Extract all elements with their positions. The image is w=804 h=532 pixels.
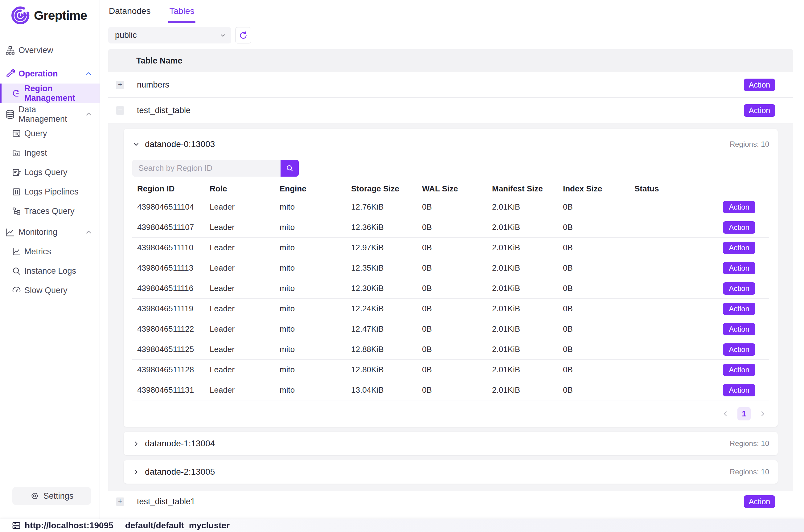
sidebar-item-label: Traces Query [24, 207, 75, 216]
datanode-area: datanode-0:13003 Regions: 10 Region ID R… [108, 123, 793, 491]
document-search-icon [12, 129, 21, 138]
region-wal: 0B [422, 304, 492, 314]
chevron-down-icon [219, 32, 226, 39]
table-name: test_dist_table [137, 106, 191, 115]
region-engine: mito [280, 284, 351, 293]
region-wal: 0B [422, 263, 492, 273]
datanode-2-card[interactable]: datanode-2:13005 Regions: 10 [123, 460, 778, 483]
region-manifest: 2.01KiB [492, 202, 563, 212]
table-row-test-dist-table: − test_dist_table Action [108, 98, 793, 123]
search-button[interactable] [281, 160, 299, 177]
region-action-button[interactable]: Action [723, 201, 755, 213]
region-index: 0B [563, 243, 634, 252]
chevron-up-icon[interactable] [85, 111, 92, 118]
sidebar-item-traces-query[interactable]: Traces Query [0, 202, 100, 221]
server-icon [12, 521, 21, 530]
region-storage: 12.35KiB [351, 263, 422, 273]
region-index: 0B [563, 365, 634, 375]
action-button[interactable]: Action [744, 79, 775, 91]
sidebar-item-region-management[interactable]: Region Management [0, 83, 100, 103]
sidebar-item-slow-query[interactable]: Slow Query [0, 281, 100, 300]
region-id: 4398046511131 [132, 385, 210, 395]
sidebar-item-label: Logs Pipelines [24, 187, 79, 197]
region-storage: 12.30KiB [351, 284, 422, 293]
datanode-1-card[interactable]: datanode-1:13004 Regions: 10 [123, 432, 778, 455]
collapse-toggle-button[interactable]: − [116, 106, 124, 115]
region-role: Leader [210, 263, 280, 273]
region-wal: 0B [422, 324, 492, 334]
regions-count: Regions: 10 [730, 140, 769, 149]
region-action-button[interactable]: Action [723, 323, 755, 335]
database-select-value: public [115, 31, 137, 40]
expand-toggle-button[interactable]: + [116, 81, 124, 89]
region-action-button[interactable]: Action [723, 221, 755, 234]
sidebar-item-query[interactable]: Query [0, 124, 100, 143]
region-manifest: 2.01KiB [492, 365, 563, 375]
region-index: 0B [563, 324, 634, 334]
line-chart-icon [5, 227, 15, 238]
pagination: 1 [132, 400, 769, 427]
region-id: 4398046511107 [132, 223, 210, 232]
sidebar-item-label: Data Management [19, 105, 82, 124]
table-row-numbers: + numbers Action [108, 72, 793, 98]
datanode-name: datanode-1:13004 [145, 439, 215, 449]
region-manifest: 2.01KiB [492, 324, 563, 334]
region-search [132, 160, 299, 177]
action-button[interactable]: Action [744, 104, 775, 117]
region-index: 0B [563, 223, 634, 232]
table-name: test_dist_table1 [137, 497, 195, 507]
chevron-up-icon[interactable] [85, 229, 92, 236]
region-action-button[interactable]: Action [723, 384, 755, 396]
action-button[interactable]: Action [744, 495, 775, 508]
refresh-icon [238, 31, 248, 40]
database-select[interactable]: public [108, 27, 231, 43]
region-manifest: 2.01KiB [492, 284, 563, 293]
tab-datanodes[interactable]: Datanodes [109, 6, 150, 23]
cluster-selector[interactable]: default/default_mycluster [125, 520, 230, 530]
tab-tables[interactable]: Tables [169, 6, 194, 23]
server-url[interactable]: http://localhost:19095 [12, 520, 113, 530]
sidebar-item-label: Query [24, 129, 47, 138]
region-wal: 0B [422, 243, 492, 252]
region-action-button[interactable]: Action [723, 242, 755, 254]
chevron-down-icon [132, 140, 140, 148]
chevron-left-icon [721, 410, 729, 418]
sidebar-item-ingest[interactable]: Ingest [0, 143, 100, 163]
region-row: 4398046511131 Leader mito 13.04KiB 0B 2.… [132, 380, 769, 400]
page-number[interactable]: 1 [738, 407, 751, 420]
region-action-button[interactable]: Action [723, 282, 755, 294]
sidebar-item-instance-logs[interactable]: Instance Logs [0, 261, 100, 281]
expand-toggle-button[interactable]: + [116, 497, 124, 506]
region-wal: 0B [422, 385, 492, 395]
region-action-button[interactable]: Action [723, 364, 755, 376]
settings-button[interactable]: Settings [12, 487, 91, 505]
wrench-icon [5, 69, 15, 79]
previous-page-button[interactable] [721, 410, 729, 418]
sidebar-item-overview[interactable]: Overview [0, 41, 100, 60]
region-action-button[interactable]: Action [723, 343, 755, 356]
datanode-0-header[interactable]: datanode-0:13003 Regions: 10 [132, 129, 769, 160]
sidebar-item-data-management[interactable]: Data Management [0, 104, 100, 124]
sidebar-item-operation[interactable]: Operation [0, 64, 100, 83]
region-engine: mito [280, 345, 351, 354]
next-page-button[interactable] [759, 410, 767, 418]
sidebar: Greptime Overview Operation Region Manag… [0, 0, 100, 519]
sidebar-item-label: Instance Logs [24, 266, 76, 276]
sidebar-item-monitoring[interactable]: Monitoring [0, 223, 100, 242]
region-storage: 12.47KiB [351, 324, 422, 334]
region-role: Leader [210, 202, 280, 212]
region-branch-icon [12, 89, 21, 98]
chevron-up-icon[interactable] [85, 70, 92, 77]
region-wal: 0B [422, 223, 492, 232]
datanode-name: datanode-0:13003 [145, 139, 215, 149]
region-search-input[interactable] [132, 160, 281, 177]
datanode-0-card: datanode-0:13003 Regions: 10 Region ID R… [123, 129, 778, 427]
refresh-button[interactable] [235, 27, 251, 43]
sidebar-item-logs-pipelines[interactable]: Logs Pipelines [0, 182, 100, 202]
region-id: 4398046511119 [132, 304, 210, 314]
sidebar-item-metrics[interactable]: Metrics [0, 242, 100, 261]
region-id: 4398046511113 [132, 263, 210, 273]
region-action-button[interactable]: Action [723, 303, 755, 315]
region-action-button[interactable]: Action [723, 262, 755, 274]
sidebar-item-logs-query[interactable]: Logs Query [0, 163, 100, 182]
